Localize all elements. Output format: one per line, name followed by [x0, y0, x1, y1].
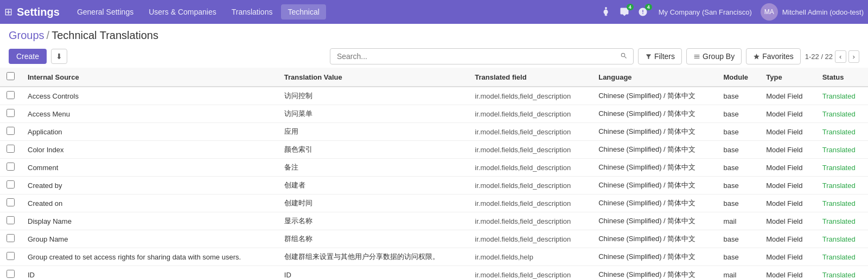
row-checkbox-cell[interactable] — [0, 87, 21, 105]
row-translation-value: 备注 — [278, 159, 468, 177]
app-title: Settings — [17, 6, 60, 18]
header-translation-value[interactable]: Translation Value — [278, 68, 468, 87]
filters-button[interactable]: Filters — [638, 48, 682, 64]
row-checkbox[interactable] — [7, 109, 15, 117]
row-module: base — [717, 159, 760, 177]
header-internal-source[interactable]: Internal Source — [21, 68, 278, 87]
header-module[interactable]: Module — [717, 68, 760, 87]
row-internal-source[interactable]: ID — [21, 266, 278, 280]
row-checkbox[interactable] — [7, 270, 15, 278]
groupby-label: Group By — [703, 52, 735, 61]
favorites-button[interactable]: Favorites — [746, 48, 801, 64]
row-checkbox-cell[interactable] — [0, 177, 21, 194]
select-all-checkbox[interactable] — [7, 72, 15, 80]
header-translated-field[interactable]: Translated field — [468, 68, 592, 87]
row-checkbox-cell[interactable] — [0, 141, 21, 159]
row-checkbox[interactable] — [7, 198, 15, 206]
header-checkbox-col[interactable] — [0, 68, 21, 87]
table-row[interactable]: ID ID ir.model.fields,field_description … — [0, 266, 868, 280]
header-type[interactable]: Type — [760, 68, 815, 87]
row-language: Chinese (Simplified) / 简体中文 — [592, 230, 717, 248]
row-type: Model Field — [760, 230, 815, 248]
row-internal-source[interactable]: Group Name — [21, 230, 278, 248]
table-row[interactable]: Group created to set access rights for s… — [0, 248, 868, 266]
debug-icon[interactable] — [599, 5, 613, 19]
row-internal-source[interactable]: Color Index — [21, 141, 278, 159]
table-row[interactable]: Created on 创建时间 ir.model.fields,field_de… — [0, 194, 868, 212]
table-row[interactable]: Group Name 群组名称 ir.model.fields,field_de… — [0, 230, 868, 248]
row-checkbox-cell[interactable] — [0, 105, 21, 123]
row-checkbox[interactable] — [7, 145, 15, 153]
row-checkbox-cell[interactable] — [0, 212, 21, 230]
table-row[interactable]: Comment 备注 ir.model.fields,field_descrip… — [0, 159, 868, 177]
breadcrumb-parent[interactable]: Groups — [9, 29, 44, 42]
row-translation-value: 创建时间 — [278, 194, 468, 212]
groupby-button[interactable]: Group By — [686, 48, 742, 64]
table-row[interactable]: Display Name 显示名称 ir.model.fields,field_… — [0, 212, 868, 230]
row-type: Model Field — [760, 105, 815, 123]
prev-page-button[interactable]: ‹ — [835, 50, 846, 63]
row-translated-field: ir.model.fields,field_description — [468, 212, 592, 230]
row-internal-source[interactable]: Group created to set access rights for s… — [21, 248, 278, 266]
nav-item-translations[interactable]: Translations — [225, 4, 279, 20]
row-internal-source[interactable]: Comment — [21, 159, 278, 177]
next-page-button[interactable]: › — [848, 50, 859, 63]
row-checkbox[interactable] — [7, 91, 15, 99]
company-name[interactable]: My Company (San Francisco) — [654, 8, 756, 16]
header-status[interactable]: Status — [816, 68, 868, 87]
app-grid-icon[interactable]: ⊞ — [4, 6, 12, 18]
nav-item-general[interactable]: General Settings — [71, 4, 140, 20]
header-language[interactable]: Language — [592, 68, 717, 87]
row-status: Translated — [816, 123, 868, 141]
row-module: base — [717, 87, 760, 105]
toolbar: Create ⬇ Filters Group By Favorites 1-22… — [0, 45, 868, 68]
row-internal-source[interactable]: Created by — [21, 177, 278, 194]
row-checkbox[interactable] — [7, 234, 15, 242]
row-status: Translated — [816, 248, 868, 266]
row-checkbox-cell[interactable] — [0, 248, 21, 266]
row-checkbox[interactable] — [7, 127, 15, 135]
row-translation-value: 访问控制 — [278, 87, 468, 105]
row-status: Translated — [816, 212, 868, 230]
row-checkbox[interactable] — [7, 163, 15, 171]
chat-icon[interactable]: 4 — [617, 5, 631, 19]
row-checkbox-cell[interactable] — [0, 123, 21, 141]
download-button[interactable]: ⬇ — [51, 49, 67, 64]
table-row[interactable]: Access Menu 访问菜单 ir.model.fields,field_d… — [0, 105, 868, 123]
row-translation-value: 显示名称 — [278, 212, 468, 230]
row-internal-source[interactable]: Application — [21, 123, 278, 141]
nav-item-users-companies[interactable]: Users & Companies — [142, 4, 223, 20]
row-status: Translated — [816, 159, 868, 177]
row-checkbox-cell[interactable] — [0, 266, 21, 280]
create-button[interactable]: Create — [9, 49, 47, 64]
row-internal-source[interactable]: Access Menu — [21, 105, 278, 123]
row-internal-source[interactable]: Access Controls — [21, 87, 278, 105]
row-checkbox-cell[interactable] — [0, 230, 21, 248]
row-language: Chinese (Simplified) / 简体中文 — [592, 123, 717, 141]
row-type: Model Field — [760, 141, 815, 159]
table-row[interactable]: Access Controls 访问控制 ir.model.fields,fie… — [0, 87, 868, 105]
row-translated-field: ir.model.fields,field_description — [468, 194, 592, 212]
row-type: Model Field — [760, 123, 815, 141]
table-row[interactable]: Color Index 颜色索引 ir.model.fields,field_d… — [0, 141, 868, 159]
row-internal-source[interactable]: Display Name — [21, 212, 278, 230]
row-translated-field: ir.model.fields,field_description — [468, 177, 592, 194]
row-checkbox-cell[interactable] — [0, 194, 21, 212]
row-checkbox[interactable] — [7, 216, 15, 224]
table-row[interactable]: Created by 创建者 ir.model.fields,field_des… — [0, 177, 868, 194]
table-row[interactable]: Application 应用 ir.model.fields,field_des… — [0, 123, 868, 141]
row-translated-field: ir.model.fields,field_description — [468, 105, 592, 123]
search-button[interactable] — [619, 51, 629, 62]
row-checkbox[interactable] — [7, 180, 15, 189]
row-module: base — [717, 177, 760, 194]
user-name[interactable]: Mitchell Admin (odoo-test) — [782, 8, 864, 16]
message-icon[interactable]: 4 — [636, 5, 650, 19]
row-checkbox[interactable] — [7, 252, 15, 260]
row-internal-source[interactable]: Created on — [21, 194, 278, 212]
user-avatar[interactable]: MA — [761, 3, 778, 21]
nav-item-technical[interactable]: Technical — [281, 4, 326, 20]
top-navigation: ⊞ Settings General Settings Users & Comp… — [0, 0, 868, 24]
search-input[interactable] — [335, 49, 619, 64]
row-language: Chinese (Simplified) / 简体中文 — [592, 105, 717, 123]
row-checkbox-cell[interactable] — [0, 159, 21, 177]
